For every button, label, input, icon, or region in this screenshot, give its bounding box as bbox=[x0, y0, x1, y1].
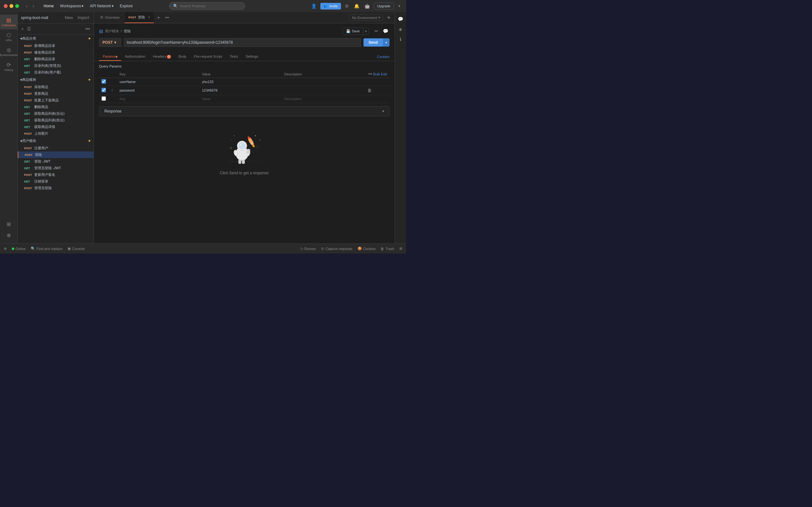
search-bar[interactable]: 🔍 bbox=[169, 2, 245, 10]
list-item[interactable]: GET 目录列表(管理员) bbox=[18, 62, 94, 69]
list-item[interactable]: POST 新增商品目录 bbox=[18, 43, 94, 49]
environment-quick-look[interactable]: 👁 bbox=[386, 14, 392, 21]
nav-explore[interactable]: Explore bbox=[117, 3, 136, 9]
edit-button[interactable]: ✏ bbox=[373, 27, 380, 35]
send-button[interactable]: Send bbox=[363, 38, 383, 47]
maximize-button[interactable] bbox=[15, 4, 19, 8]
section-header-users[interactable]: ▾ 用户模块 ★ bbox=[18, 137, 94, 145]
sidebar-item-environments[interactable]: ◎ Environments bbox=[0, 44, 17, 59]
list-item[interactable]: GET 注销登录 bbox=[18, 178, 94, 185]
nav-home[interactable]: Home bbox=[41, 3, 56, 9]
import-button[interactable]: Import bbox=[76, 14, 90, 20]
tab-login[interactable]: POST 登陆 × bbox=[125, 12, 154, 23]
nav-workspaces[interactable]: Workspaces ▾ bbox=[57, 3, 86, 9]
response-header[interactable]: Response ▾ bbox=[99, 106, 390, 116]
param-desc-1[interactable] bbox=[284, 89, 362, 92]
list-item[interactable]: POST 添加商品 bbox=[18, 83, 94, 90]
list-item[interactable]: POST 注册用户 bbox=[18, 145, 94, 152]
param-checkbox-empty[interactable] bbox=[101, 96, 106, 101]
find-replace-button[interactable]: 🔍 Find and replace bbox=[31, 246, 62, 250]
list-item[interactable]: GET 获取商品列表(前台) bbox=[18, 117, 94, 124]
tab-tests[interactable]: Tests bbox=[226, 53, 242, 61]
new-button[interactable]: New bbox=[63, 14, 74, 20]
method-selector[interactable]: POST ▾ bbox=[99, 38, 121, 47]
tab-pre-request[interactable]: Pre-request Script bbox=[190, 53, 226, 61]
cookies-link[interactable]: Cookies bbox=[377, 55, 390, 59]
list-item[interactable]: GET 获取商品详情 bbox=[18, 124, 94, 130]
capture-button[interactable]: ◎ Capture requests bbox=[321, 246, 352, 250]
list-item[interactable]: GET 删除商品目录 bbox=[18, 56, 94, 62]
list-item[interactable]: GET 目录列表(用户看) bbox=[18, 69, 94, 76]
upgrade-button[interactable]: Upgrade bbox=[374, 3, 394, 9]
invite-button[interactable]: 👥 Invite bbox=[320, 3, 341, 9]
add-tab-button[interactable]: + bbox=[155, 15, 162, 20]
tab-overview[interactable]: ⊟ Overview bbox=[96, 12, 123, 23]
send-dropdown-button[interactable]: ▾ bbox=[383, 38, 390, 47]
url-input[interactable] bbox=[124, 38, 361, 47]
tab-headers[interactable]: Headers7 bbox=[149, 53, 175, 61]
comment-button[interactable]: 💬 bbox=[382, 27, 390, 35]
avatar-icon[interactable]: 👤 bbox=[310, 2, 318, 10]
section-header-products[interactable]: ▾ 商品模块 ★ bbox=[18, 76, 94, 83]
list-item[interactable]: POST 更新商品 bbox=[18, 90, 94, 97]
list-item[interactable]: POST 更新用户签名 bbox=[18, 171, 94, 178]
sidebar-item-collections[interactable]: ▤ Collections bbox=[0, 14, 17, 30]
environment-selector[interactable]: No Environment ▾ bbox=[349, 14, 383, 21]
param-key-empty[interactable] bbox=[119, 97, 197, 101]
trash-button[interactable]: 🗑 Trash bbox=[380, 247, 394, 250]
param-value-empty[interactable] bbox=[202, 97, 280, 101]
param-value-1[interactable] bbox=[202, 89, 280, 92]
tab-authorization[interactable]: Authorization bbox=[121, 53, 149, 61]
more-tabs-button[interactable]: ••• bbox=[163, 15, 171, 20]
param-checkbox-0[interactable] bbox=[101, 79, 106, 83]
layout-button[interactable]: ⊞ bbox=[399, 246, 402, 250]
sidebar-item-apis[interactable]: ⬡ APIs bbox=[0, 30, 17, 44]
console-button[interactable]: ▣ Console bbox=[67, 246, 85, 250]
param-checkbox-1[interactable] bbox=[101, 88, 106, 92]
list-item[interactable]: GET 获取商品列表(后台) bbox=[18, 110, 94, 117]
param-desc-empty[interactable] bbox=[284, 97, 362, 101]
section-header-category[interactable]: ▾ 商品分类 ★ bbox=[18, 35, 94, 43]
param-key-1[interactable] bbox=[119, 89, 197, 92]
cookies-bottom-button[interactable]: 🍪 Cookies bbox=[357, 246, 376, 250]
param-value-0[interactable] bbox=[202, 80, 280, 83]
save-dropdown-button[interactable]: ▾ bbox=[363, 28, 369, 35]
comment-panel-icon[interactable]: 💬 bbox=[396, 14, 405, 23]
tab-close-button[interactable]: × bbox=[148, 15, 150, 19]
param-desc-0[interactable] bbox=[284, 80, 362, 83]
list-item[interactable]: POST 修改商品目录 bbox=[18, 49, 94, 56]
sidebar-item-history[interactable]: ⟳ History bbox=[0, 59, 17, 74]
info-icon[interactable]: ℹ bbox=[398, 35, 403, 44]
list-item[interactable]: GET 登陆 -JWT bbox=[18, 158, 94, 165]
more-toolbar-button[interactable]: ••• bbox=[84, 25, 91, 32]
save-button[interactable]: 💾 Save bbox=[343, 27, 363, 35]
drag-handle[interactable]: ⠿ bbox=[111, 89, 113, 92]
filter-button[interactable]: ☰ bbox=[26, 25, 32, 32]
user-profile-icon[interactable]: 🤖 bbox=[363, 2, 371, 10]
delete-param-button[interactable]: 🗑 bbox=[367, 87, 372, 94]
scope-icon[interactable]: ◈ bbox=[397, 25, 404, 34]
notifications-icon[interactable]: 🔔 bbox=[353, 2, 361, 10]
params-more-button[interactable]: ••• bbox=[368, 72, 372, 76]
list-item[interactable]: POST 上传图片 bbox=[18, 130, 94, 137]
list-item[interactable]: GET 管理员登陆 -JWT bbox=[18, 165, 94, 171]
bulk-edit-button[interactable]: Bulk Edit bbox=[373, 72, 387, 76]
param-key-0[interactable] bbox=[119, 80, 197, 83]
tab-settings[interactable]: Settings bbox=[242, 53, 262, 61]
runner-button[interactable]: ▷ Runner bbox=[301, 246, 316, 250]
nav-api-network[interactable]: API Network ▾ bbox=[87, 3, 116, 9]
back-button[interactable]: ‹ bbox=[24, 3, 30, 9]
list-item-active[interactable]: POST 登陆 bbox=[18, 152, 94, 158]
sidebar-item-runner[interactable]: ⊕ bbox=[0, 230, 17, 241]
minimize-button[interactable] bbox=[9, 4, 13, 8]
list-item[interactable]: POST 批量上下架商品 bbox=[18, 97, 94, 104]
tab-params[interactable]: Params bbox=[99, 53, 121, 61]
settings-icon[interactable]: ⚙ bbox=[344, 2, 350, 10]
search-input[interactable] bbox=[180, 4, 241, 8]
add-collection-button[interactable]: + bbox=[20, 25, 25, 32]
list-item[interactable]: GET 删除商品 bbox=[18, 104, 94, 110]
tab-body[interactable]: Body bbox=[175, 53, 190, 61]
sidebar-item-extensions[interactable]: ⊞ bbox=[0, 219, 17, 230]
forward-button[interactable]: › bbox=[31, 3, 36, 9]
list-item[interactable]: POST 管理员登陆 bbox=[18, 185, 94, 191]
